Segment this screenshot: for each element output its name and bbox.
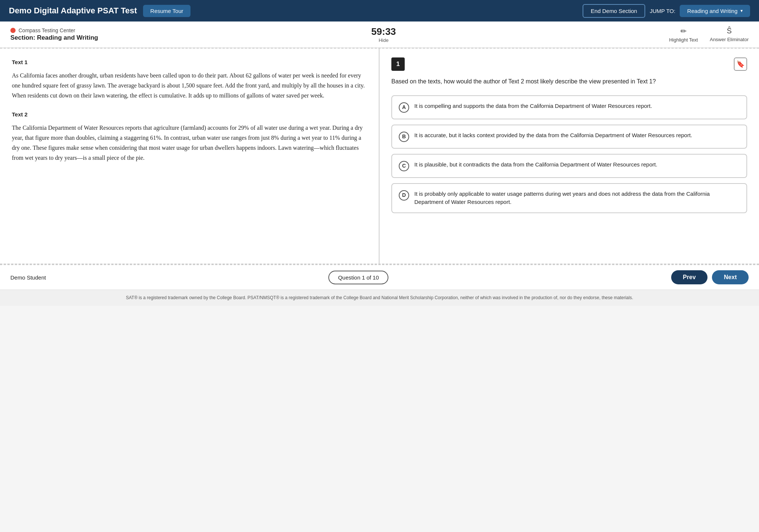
choice-text-b: It is accurate, but it lacks context pro… bbox=[414, 131, 692, 140]
section-header: Compass Testing Center Section: Reading … bbox=[0, 22, 759, 48]
bookmark-button[interactable]: 🔖 bbox=[734, 57, 747, 71]
jump-to-label: JUMP TO: bbox=[650, 8, 675, 14]
passage-panel: Text 1 As California faces another droug… bbox=[0, 49, 380, 264]
answer-choice-c[interactable]: C It is plausible, but it contradicts th… bbox=[391, 154, 747, 178]
text2-label: Text 2 bbox=[12, 111, 367, 118]
timer-display: 59:33 bbox=[371, 26, 396, 37]
question-number-badge: 1 bbox=[391, 57, 405, 71]
choice-text-d: It is probably only applicable to water … bbox=[414, 190, 740, 206]
question-counter: Question 1 of 10 bbox=[328, 271, 388, 284]
org-name: Compass Testing Center bbox=[19, 27, 75, 33]
highlight-text-tool[interactable]: ✏ Highlight Text bbox=[669, 27, 698, 43]
answer-choice-d[interactable]: D It is probably only applicable to wate… bbox=[391, 183, 747, 213]
text2-body: The California Department of Water Resou… bbox=[12, 123, 367, 163]
text1-body: As California faces another drought, urb… bbox=[12, 70, 367, 101]
choice-letter-a: A bbox=[399, 102, 409, 113]
end-demo-button[interactable]: End Demo Section bbox=[583, 4, 645, 18]
top-nav-right: End Demo Section JUMP TO: Reading and Wr… bbox=[583, 4, 750, 18]
hide-timer-button[interactable]: Hide bbox=[371, 37, 396, 43]
compass-dot-icon bbox=[10, 28, 16, 33]
choice-letter-d: D bbox=[399, 190, 409, 201]
chevron-down-icon: ▾ bbox=[740, 8, 743, 13]
section-title: Section: Reading and Writing bbox=[10, 34, 98, 42]
footer: SAT® is a registered trademark owned by … bbox=[0, 290, 759, 306]
section-info: Compass Testing Center Section: Reading … bbox=[10, 27, 98, 42]
timer-block: 59:33 Hide bbox=[371, 26, 396, 43]
choice-text-a: It is compelling and supports the data f… bbox=[414, 102, 652, 110]
student-name: Demo Student bbox=[10, 274, 46, 281]
answer-eliminator-tool[interactable]: Ŝ Answer Eliminator bbox=[710, 27, 749, 42]
text1-label: Text 1 bbox=[12, 59, 367, 65]
bookmark-icon: 🔖 bbox=[736, 60, 745, 68]
top-navigation: Demo Digital Adaptive PSAT Test Resume T… bbox=[0, 0, 759, 22]
jump-to-section-button[interactable]: Reading and Writing ▾ bbox=[680, 5, 750, 17]
choice-letter-c: C bbox=[399, 161, 409, 171]
strikethrough-icon: Ŝ bbox=[727, 27, 732, 35]
jump-to-section-label: Reading and Writing bbox=[687, 8, 738, 14]
highlight-text-label: Highlight Text bbox=[669, 37, 698, 43]
question-text: Based on the texts, how would the author… bbox=[391, 77, 747, 86]
choice-letter-b: B bbox=[399, 132, 409, 142]
prev-button[interactable]: Prev bbox=[671, 270, 708, 284]
choice-text-c: It is plausible, but it contradicts the … bbox=[414, 161, 657, 169]
answer-choice-a[interactable]: A It is compelling and supports the data… bbox=[391, 95, 747, 119]
section-compass: Compass Testing Center bbox=[10, 27, 98, 33]
answer-choice-b[interactable]: B It is accurate, but it lacks context p… bbox=[391, 125, 747, 149]
nav-buttons: Prev Next bbox=[671, 270, 749, 284]
top-nav-left: Demo Digital Adaptive PSAT Test Resume T… bbox=[9, 5, 190, 17]
footer-text: SAT® is a registered trademark owned by … bbox=[126, 295, 633, 300]
pencil-icon: ✏ bbox=[680, 27, 687, 36]
header-tools: ✏ Highlight Text Ŝ Answer Eliminator bbox=[669, 27, 749, 43]
question-panel: 1 🔖 Based on the texts, how would the au… bbox=[380, 49, 759, 264]
answer-eliminator-label: Answer Eliminator bbox=[710, 37, 749, 42]
resume-tour-button[interactable]: Resume Tour bbox=[143, 5, 191, 17]
question-header: 1 🔖 bbox=[391, 57, 747, 71]
app-title: Demo Digital Adaptive PSAT Test bbox=[9, 6, 137, 16]
next-button[interactable]: Next bbox=[712, 270, 749, 284]
main-content: Text 1 As California faces another droug… bbox=[0, 49, 759, 264]
bottom-bar: Demo Student Question 1 of 10 Prev Next bbox=[0, 264, 759, 290]
